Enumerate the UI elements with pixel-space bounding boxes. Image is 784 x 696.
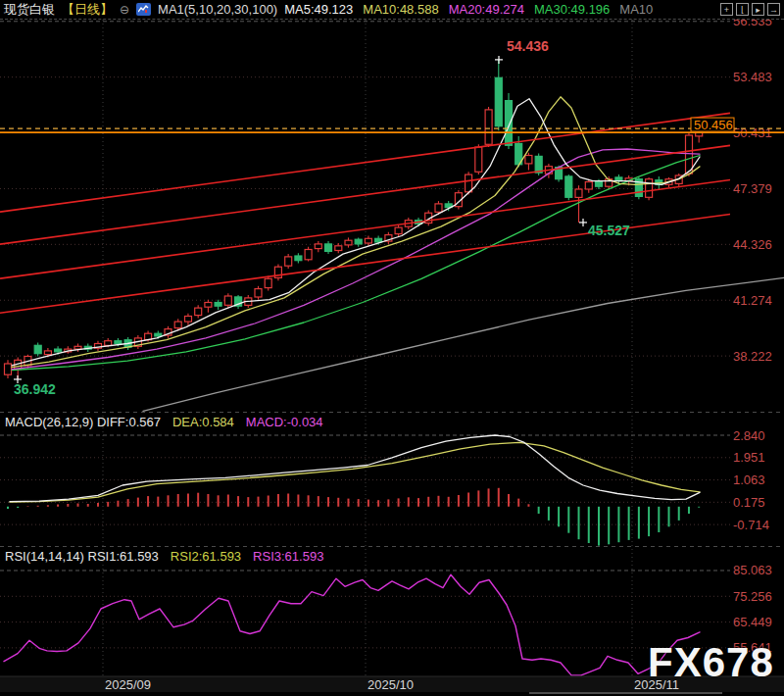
svg-text:1.951: 1.951 — [733, 450, 765, 465]
svg-text:44.326: 44.326 — [733, 237, 772, 252]
macd-value: MACD(26,12,9) DIFF:0.567 — [5, 415, 161, 429]
watermark: FX678 — [648, 639, 774, 686]
svg-text:41.274: 41.274 — [733, 293, 772, 308]
period-label[interactable]: 【日线】 — [62, 1, 113, 19]
svg-text:1.063: 1.063 — [733, 472, 765, 487]
instrument-title: 现货白银 — [4, 1, 55, 19]
candle-body — [195, 308, 202, 316]
svg-text:65.449: 65.449 — [733, 615, 772, 629]
candle-body — [475, 147, 482, 172]
vertical-gridlines — [103, 20, 632, 676]
candle-body — [345, 240, 352, 245]
pan-crosshair-icon[interactable]: + — [720, 3, 733, 16]
svg-text:47.379: 47.379 — [733, 181, 772, 196]
candle-body — [375, 238, 382, 242]
chart-svg: 56.53553.48350.43147.37944.32641.27438.2… — [0, 0, 784, 696]
price-annotation: 54.436 — [507, 38, 549, 54]
collapse-icon[interactable]: ⊖ — [120, 3, 129, 17]
candle-body — [5, 364, 12, 374]
price-annotation: 36.942 — [14, 381, 56, 397]
header-toolbar: +⌊▸→ — [720, 3, 780, 16]
candle-body — [55, 349, 62, 352]
rsi-value: RSI3:61.593 — [253, 549, 323, 564]
candle-body — [646, 179, 653, 198]
axis-zoom-left-icon[interactable]: ⌊ — [736, 3, 749, 16]
main-panel: 56.53553.48350.43147.37944.32641.27438.2… — [0, 14, 772, 363]
macd-value: DEA:0.584 — [172, 415, 234, 429]
candle-body — [355, 239, 362, 244]
price-annotation: 45.527 — [588, 223, 630, 238]
candle-body — [105, 341, 112, 346]
trading-chart-app: 现货白银 【日线】 ⊖ MA1(5,10,20,30,100) MA5:49.1… — [0, 0, 784, 696]
current-price-tag: 50.456 — [694, 118, 733, 132]
svg-text:85.063: 85.063 — [733, 563, 772, 577]
candle-body — [215, 303, 221, 307]
svg-text:0.175: 0.175 — [733, 495, 765, 510]
macd-panel: 2.8401.9511.0630.175-0.714 — [0, 428, 769, 546]
ma-value: MA10 — [619, 2, 653, 17]
candle-body — [115, 341, 122, 344]
candle-body — [395, 227, 402, 234]
svg-text:-0.714: -0.714 — [733, 518, 769, 532]
shift-right-icon[interactable]: → — [767, 3, 780, 16]
ma-value: MA10:48.588 — [363, 2, 438, 17]
ma-value: MA30:49.196 — [534, 2, 610, 17]
candle-body — [315, 244, 321, 249]
candle-body — [74, 346, 81, 349]
candle-body — [205, 303, 212, 308]
candle-body — [285, 257, 292, 266]
panel-separators — [0, 413, 784, 547]
candle-body — [565, 176, 572, 197]
candle-body — [305, 250, 312, 260]
chart-header: 现货白银 【日线】 ⊖ MA1(5,10,20,30,100) MA5:49.1… — [0, 0, 784, 20]
candle-body — [435, 204, 442, 212]
moving-averages — [12, 97, 784, 412]
ma-group-label: MA1(5,10,20,30,100) — [158, 2, 277, 17]
svg-text:38.222: 38.222 — [733, 349, 772, 364]
price-level-lines: 50.456 — [0, 118, 784, 133]
candle-body — [255, 289, 262, 297]
candle-body — [44, 351, 51, 355]
candle-body — [365, 238, 371, 243]
date-label: 2025/10 — [368, 677, 414, 692]
ma-values: MA5:49.123MA10:48.588MA20:49.274MA30:49.… — [284, 2, 653, 17]
rsi-value: RSI2:61.593 — [171, 549, 241, 564]
candle-body — [575, 189, 582, 197]
candle-body — [34, 345, 41, 353]
candle-body — [686, 135, 693, 174]
svg-text:2.840: 2.840 — [733, 428, 765, 443]
candle-body — [174, 322, 181, 328]
date-label: 2025/09 — [105, 677, 151, 692]
candle-body — [155, 333, 162, 336]
candle-body — [335, 246, 342, 251]
candle-body — [295, 256, 302, 261]
candle-body — [224, 296, 231, 305]
candle-body — [466, 174, 472, 192]
candle-body — [485, 110, 492, 144]
candle-body — [325, 244, 332, 252]
ma-value: MA20:49.274 — [449, 2, 524, 17]
svg-text:53.483: 53.483 — [733, 70, 772, 84]
svg-text:75.256: 75.256 — [733, 589, 772, 604]
rsi-label-row: RSI(14,14,14) RSI1:61.593RSI2:61.593RSI3… — [5, 549, 323, 564]
macd-label-row: MACD(26,12,9) DIFF:0.567DEA:0.584MACD:-0… — [5, 415, 323, 429]
candles — [5, 60, 703, 379]
macd-value: MACD:-0.034 — [246, 415, 323, 429]
candle-body — [265, 278, 271, 287]
candle-body — [596, 182, 603, 187]
candle-body — [525, 156, 532, 164]
candle-body — [495, 77, 502, 125]
candle-body — [585, 182, 592, 190]
candle-body — [506, 101, 513, 146]
chart-canvas[interactable]: 56.53553.48350.43147.37944.32641.27438.2… — [0, 0, 784, 696]
candle-body — [185, 317, 192, 323]
rsi-value: RSI(14,14,14) RSI1:61.593 — [5, 549, 159, 564]
ma-value: MA5:49.123 — [284, 2, 353, 17]
axis-zoom-right-icon[interactable]: ▸ — [752, 3, 764, 16]
kline-chart-icon[interactable] — [136, 3, 151, 16]
